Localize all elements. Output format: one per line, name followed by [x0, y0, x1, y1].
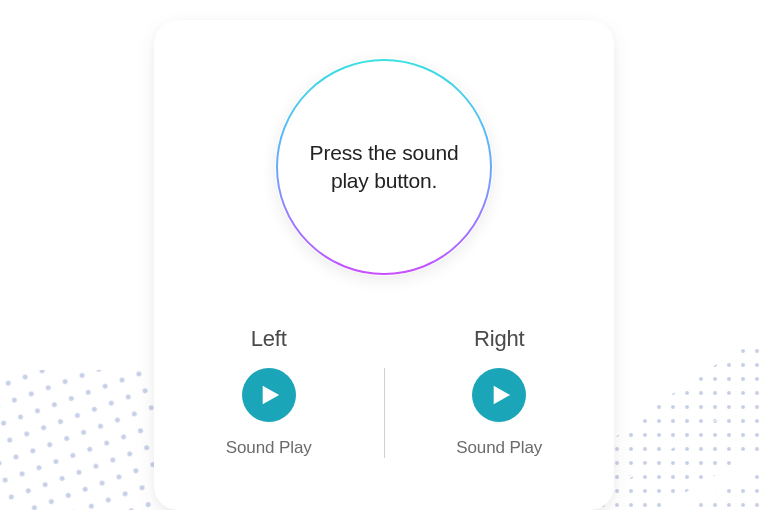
left-channel: Left Sound Play: [154, 326, 384, 458]
right-channel-label: Right: [474, 326, 524, 352]
play-icon: [490, 384, 512, 406]
svg-rect-1: [0, 370, 160, 510]
hero-circle: Press the sound play button.: [275, 58, 493, 276]
left-play-button[interactable]: [242, 368, 296, 422]
decorative-dots-left: [0, 370, 160, 510]
play-icon: [259, 384, 281, 406]
hero-message: Press the sound play button.: [275, 139, 493, 196]
right-sound-play-label: Sound Play: [456, 438, 542, 458]
left-channel-label: Left: [251, 326, 287, 352]
sound-controls: Left Sound Play Right Sound Play: [154, 326, 614, 458]
right-channel: Right Sound Play: [385, 326, 615, 458]
sound-test-card: Press the sound play button. Left Sound …: [154, 20, 614, 510]
right-play-button[interactable]: [472, 368, 526, 422]
left-sound-play-label: Sound Play: [226, 438, 312, 458]
